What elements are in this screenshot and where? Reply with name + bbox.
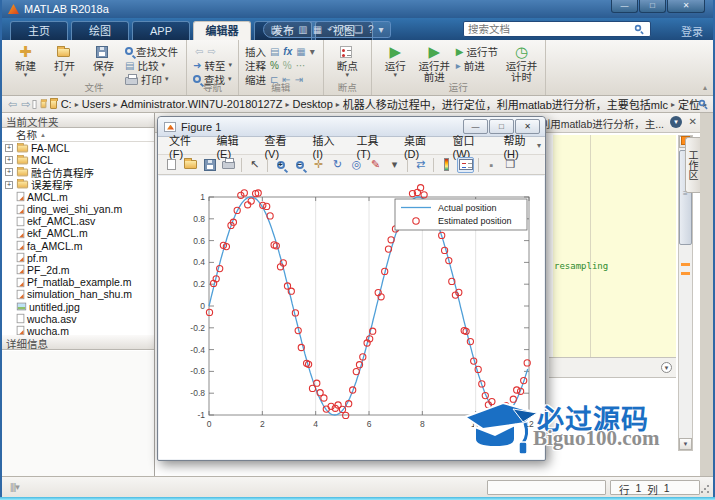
pane-toggle-icon[interactable]: ▼ bbox=[661, 362, 672, 373]
workspace-side-tab[interactable]: 工作区 bbox=[685, 137, 700, 193]
editor-code-area[interactable] bbox=[549, 135, 676, 357]
qat-window-icon[interactable]: ❏ bbox=[354, 22, 363, 37]
save-button[interactable]: 保存▾ bbox=[85, 43, 122, 78]
figure-menu-工具(T)[interactable]: 工具(T) bbox=[350, 132, 397, 160]
open-button[interactable]: 打开▾ bbox=[46, 43, 83, 78]
login-link[interactable]: 登录 bbox=[681, 23, 703, 39]
breadcrumb-segment[interactable]: C: bbox=[61, 98, 72, 110]
brush-icon[interactable]: ✎ bbox=[367, 157, 384, 173]
ribbon-tab-APP[interactable]: APP bbox=[132, 21, 190, 40]
insert-row[interactable]: 插入▤fx▦▾ bbox=[245, 44, 317, 58]
qat-cut-icon[interactable]: ✂ bbox=[285, 22, 293, 37]
analyzer-mark[interactable] bbox=[681, 263, 690, 266]
file-row-Pf_matlab_example.m[interactable]: Pf_matlab_example.m bbox=[2, 276, 154, 288]
figure-menu-overflow-icon[interactable]: ▾ bbox=[537, 141, 541, 150]
search-input[interactable] bbox=[463, 21, 651, 37]
qat-redo-icon[interactable]: ↷ bbox=[341, 22, 349, 37]
scroll-down-icon[interactable]: ▼ bbox=[679, 438, 692, 450]
editor-actions-icon[interactable]: ▾ bbox=[670, 116, 682, 128]
new-script-button[interactable]: ✚新建▾ bbox=[7, 43, 44, 78]
figure-plot-canvas[interactable]: 024681012-1-0.8-0.6-0.4-0.200.20.40.60.8… bbox=[159, 176, 546, 459]
editor-close-icon[interactable]: ✕ bbox=[689, 116, 697, 127]
back-forward-buttons[interactable]: ⇦⇨ bbox=[193, 44, 232, 58]
data-cursor-icon[interactable]: ◎ bbox=[348, 157, 365, 173]
ribbon-tab-绘图[interactable]: 绘图 bbox=[71, 21, 129, 40]
breadcrumb-segment[interactable]: Desktop bbox=[292, 98, 332, 110]
file-row-ekf_AMCL.m[interactable]: ekf_AMCL.m bbox=[2, 227, 154, 239]
expand-icon[interactable]: + bbox=[5, 156, 13, 164]
comment-row[interactable]: 注释%%⋯ bbox=[245, 58, 317, 72]
address-dropdown-icon[interactable]: ▾ bbox=[690, 98, 694, 107]
expand-icon[interactable]: + bbox=[5, 144, 13, 152]
goto-button[interactable]: ➜转至▾ bbox=[193, 58, 232, 72]
file-row-FA-MCL[interactable]: +FA-MCL bbox=[2, 142, 154, 154]
file-row-PF_2d.m[interactable]: PF_2d.m bbox=[2, 264, 154, 276]
editor-tab-title[interactable]: ，利用matlab进行分析，主... bbox=[529, 116, 664, 131]
link-plots-icon[interactable]: ⇄ bbox=[412, 157, 429, 173]
address-search-icon[interactable] bbox=[699, 99, 705, 105]
figure-menu-文件(F)[interactable]: 文件(F) bbox=[162, 132, 209, 160]
run-button[interactable]: ▶运行▾ bbox=[377, 43, 414, 78]
qat-undo-icon[interactable]: ↶ bbox=[327, 22, 335, 37]
file-row-fa_AMCL.m[interactable]: fa_AMCL.m bbox=[2, 240, 154, 252]
zoom-out-icon[interactable] bbox=[291, 157, 308, 173]
breadcrumb-segment[interactable]: 机器人移动过程中，进行定位，利用matlab进行分析，主要包括mlc bbox=[343, 96, 668, 112]
expand-icon[interactable]: + bbox=[5, 181, 13, 189]
print-figure-icon[interactable] bbox=[220, 157, 237, 173]
find-files-button[interactable]: 查找文件 bbox=[125, 44, 180, 58]
figure-menu-编辑(E)[interactable]: 编辑(E) bbox=[209, 132, 257, 160]
ribbon-tab-编辑器[interactable]: 编辑器 bbox=[193, 21, 251, 40]
breakpoints-button[interactable]: 断点▾ bbox=[329, 43, 366, 78]
figure-maximize-button[interactable]: □ bbox=[489, 119, 514, 134]
zoom-in-icon[interactable] bbox=[272, 157, 289, 173]
search-icon[interactable] bbox=[635, 25, 641, 31]
save-figure-icon[interactable] bbox=[201, 157, 218, 173]
file-row-ekf_AMCL.asv[interactable]: ekf_AMCL.asv bbox=[2, 215, 154, 227]
figure-menu-桌面(D)[interactable]: 桌面(D) bbox=[397, 132, 446, 160]
file-row-pf.m[interactable]: pf.m bbox=[2, 252, 154, 264]
recent-folders-icon[interactable] bbox=[33, 100, 37, 109]
figure-window[interactable]: Figure 1 —□✕ 文件(F)编辑(E)查看(V)插入(I)工具(T)桌面… bbox=[157, 116, 546, 461]
file-row-untitled.jpg[interactable]: untitled.jpg bbox=[2, 300, 154, 312]
status-grip-icon[interactable]: ||||▾ bbox=[10, 482, 19, 492]
file-row-wucha.asv[interactable]: wucha.asv bbox=[2, 313, 154, 325]
compare-button[interactable]: ▤比较▾ bbox=[125, 58, 180, 72]
new-figure-icon[interactable] bbox=[163, 157, 180, 173]
expand-icon[interactable]: + bbox=[5, 168, 13, 176]
qat-paste-icon[interactable]: ▦ bbox=[313, 22, 322, 37]
rotate-3d-icon[interactable]: ↻ bbox=[329, 157, 346, 173]
file-row-融合仿真程序[interactable]: +融合仿真程序 bbox=[2, 166, 154, 178]
resize-grip-icon[interactable] bbox=[701, 485, 710, 494]
figure-menu-插入(I)[interactable]: 插入(I) bbox=[305, 132, 349, 160]
dock-figure-icon[interactable]: ❐ bbox=[502, 157, 519, 173]
back-icon[interactable]: ⇦ bbox=[8, 98, 17, 111]
ribbon-tab-主页[interactable]: 主页 bbox=[10, 21, 68, 40]
run-advance-button[interactable]: ▶运行并前进 bbox=[416, 43, 453, 83]
figure-minimize-button[interactable]: — bbox=[463, 119, 488, 134]
file-row-ding_wei_shi_yan.m[interactable]: ding_wei_shi_yan.m bbox=[2, 203, 154, 215]
title-bar[interactable]: MATLAB R2018a —□✕ bbox=[2, 0, 713, 18]
figure-menu-窗口(W)[interactable]: 窗口(W) bbox=[446, 132, 497, 160]
minimize-button[interactable]: — bbox=[611, 0, 638, 13]
qat-save-icon[interactable]: ▤ bbox=[270, 22, 279, 37]
forward-icon[interactable]: ⇨ bbox=[21, 98, 30, 111]
breadcrumb-segment[interactable]: Users bbox=[82, 98, 111, 110]
ribbon-collapse-icon[interactable]: ▴ bbox=[703, 83, 707, 92]
file-row-AMCL.m[interactable]: AMCL.m bbox=[2, 191, 154, 203]
figure-menu-查看(V)[interactable]: 查看(V) bbox=[257, 132, 305, 160]
dock-small-icon[interactable]: ▪ bbox=[483, 157, 500, 173]
figure-close-button[interactable]: ✕ bbox=[515, 119, 540, 134]
close-button[interactable]: ✕ bbox=[667, 0, 705, 13]
breadcrumb-segment[interactable]: Administrator.WIN7U-20180127Z bbox=[120, 98, 282, 110]
open-file-icon[interactable] bbox=[182, 157, 199, 173]
pan-icon[interactable]: ✛ bbox=[310, 157, 327, 173]
edit-pointer-icon[interactable]: ↖ bbox=[246, 157, 263, 173]
run-time-button[interactable]: ◷运行并计时 bbox=[503, 43, 540, 83]
qat-copy-icon[interactable]: ▥ bbox=[298, 22, 307, 37]
brush-dropdown-icon[interactable]: ▾ bbox=[386, 157, 403, 173]
file-row-误差程序[interactable]: +误差程序 bbox=[2, 179, 154, 191]
analyzer-mark[interactable] bbox=[681, 272, 690, 275]
run-section-button[interactable]: ▶运行节 bbox=[456, 44, 500, 58]
browse-folder-icon[interactable] bbox=[41, 100, 46, 107]
insert-colorbar-icon[interactable] bbox=[438, 157, 455, 173]
